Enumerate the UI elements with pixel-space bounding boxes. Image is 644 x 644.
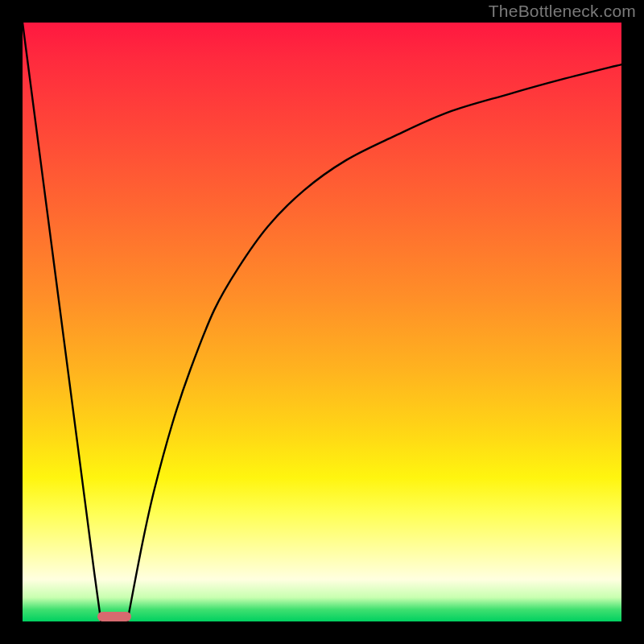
watermark-text: TheBottleneck.com	[489, 2, 636, 21]
optimal-marker	[97, 612, 131, 621]
plot-area	[23, 23, 621, 621]
bottleneck-curve	[23, 23, 621, 621]
chart-frame: TheBottleneck.com	[0, 0, 644, 644]
